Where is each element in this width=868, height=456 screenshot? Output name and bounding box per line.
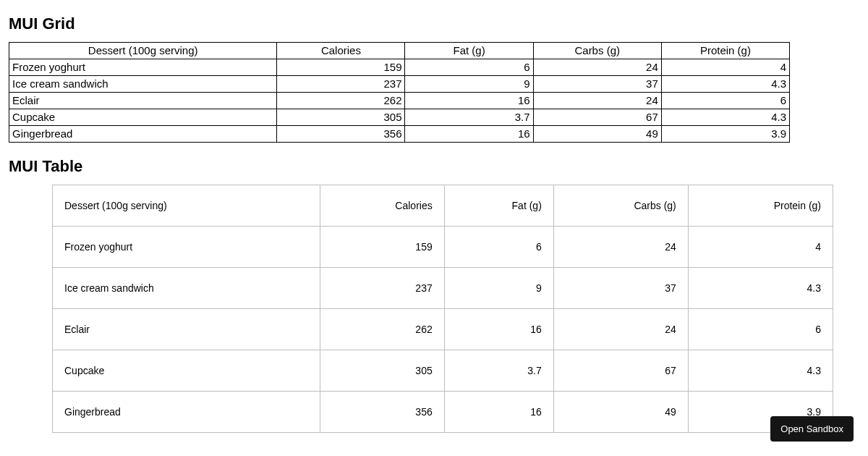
cell-carbs: 37 (533, 76, 661, 93)
cell-carbs: 24 (553, 227, 688, 268)
col-header-calories: Calories (277, 43, 405, 59)
cell-name: Gingerbread (53, 392, 320, 433)
cell-protein: 6 (688, 309, 833, 350)
cell-protein: 4.3 (688, 350, 833, 392)
cell-carbs: 49 (533, 126, 661, 143)
cell-calories: 159 (277, 59, 405, 76)
cell-name: Ice cream sandwich (9, 76, 277, 93)
table-row: Frozen yoghurt 159 6 24 4 (9, 59, 790, 76)
col-header-dessert: Dessert (100g serving) (53, 185, 320, 227)
cell-name: Cupcake (9, 109, 277, 126)
table-header-row: Dessert (100g serving) Calories Fat (g) … (9, 43, 790, 59)
table-row: Ice cream sandwich 237 9 37 4.3 (9, 76, 790, 93)
col-header-carbs: Carbs (g) (533, 43, 661, 59)
cell-name: Ice cream sandwich (53, 268, 320, 309)
cell-protein: 4 (688, 227, 833, 268)
cell-fat: 16 (444, 392, 553, 433)
cell-name: Cupcake (53, 350, 320, 392)
table-row: Ice cream sandwich 237 9 37 4.3 (53, 268, 833, 309)
cell-fat: 6 (405, 59, 533, 76)
cell-protein: 4.3 (661, 76, 789, 93)
cell-carbs: 37 (553, 268, 688, 309)
table-header-row: Dessert (100g serving) Calories Fat (g) … (53, 185, 833, 227)
cell-calories: 237 (277, 76, 405, 93)
cell-protein: 6 (661, 93, 789, 109)
cell-carbs: 67 (553, 350, 688, 392)
cell-carbs: 24 (533, 93, 661, 109)
cell-protein: 4 (661, 59, 789, 76)
cell-calories: 356 (320, 392, 445, 433)
cell-name: Eclair (53, 309, 320, 350)
col-header-fat: Fat (g) (444, 185, 553, 227)
cell-calories: 356 (277, 126, 405, 143)
cell-fat: 16 (444, 309, 553, 350)
cell-fat: 6 (444, 227, 553, 268)
heading-mui-grid: MUI Grid (9, 14, 859, 33)
table-row: Eclair 262 16 24 6 (53, 309, 833, 350)
cell-fat: 3.7 (405, 109, 533, 126)
col-header-protein: Protein (g) (661, 43, 789, 59)
table-row: Frozen yoghurt 159 6 24 4 (53, 227, 833, 268)
col-header-protein: Protein (g) (688, 185, 833, 227)
cell-fat: 9 (444, 268, 553, 309)
cell-carbs: 49 (553, 392, 688, 433)
cell-fat: 3.7 (444, 350, 553, 392)
cell-protein: 4.3 (688, 268, 833, 309)
mui-grid-table: Dessert (100g serving) Calories Fat (g) … (9, 42, 790, 143)
table-row: Cupcake 305 3.7 67 4.3 (9, 109, 790, 126)
cell-protein: 4.3 (661, 109, 789, 126)
heading-mui-table: MUI Table (9, 157, 859, 176)
table-row: Gingerbread 356 16 49 3.9 (53, 392, 833, 433)
col-header-carbs: Carbs (g) (553, 185, 688, 227)
cell-name: Frozen yoghurt (9, 59, 277, 76)
cell-calories: 262 (277, 93, 405, 109)
col-header-calories: Calories (320, 185, 445, 227)
cell-name: Frozen yoghurt (53, 227, 320, 268)
cell-name: Gingerbread (9, 126, 277, 143)
cell-carbs: 24 (553, 309, 688, 350)
table-row: Cupcake 305 3.7 67 4.3 (53, 350, 833, 392)
cell-name: Eclair (9, 93, 277, 109)
table-row: Eclair 262 16 24 6 (9, 93, 790, 109)
cell-fat: 9 (405, 76, 533, 93)
cell-calories: 305 (320, 350, 445, 392)
cell-carbs: 24 (533, 59, 661, 76)
cell-protein: 3.9 (661, 126, 789, 143)
open-sandbox-button[interactable]: Open Sandbox (770, 416, 854, 442)
cell-calories: 305 (277, 109, 405, 126)
mui-table: Dessert (100g serving) Calories Fat (g) … (52, 185, 833, 433)
cell-calories: 237 (320, 268, 445, 309)
cell-calories: 262 (320, 309, 445, 350)
cell-carbs: 67 (533, 109, 661, 126)
cell-calories: 159 (320, 227, 445, 268)
table-row: Gingerbread 356 16 49 3.9 (9, 126, 790, 143)
cell-fat: 16 (405, 93, 533, 109)
col-header-fat: Fat (g) (405, 43, 533, 59)
cell-fat: 16 (405, 126, 533, 143)
col-header-dessert: Dessert (100g serving) (9, 43, 277, 59)
